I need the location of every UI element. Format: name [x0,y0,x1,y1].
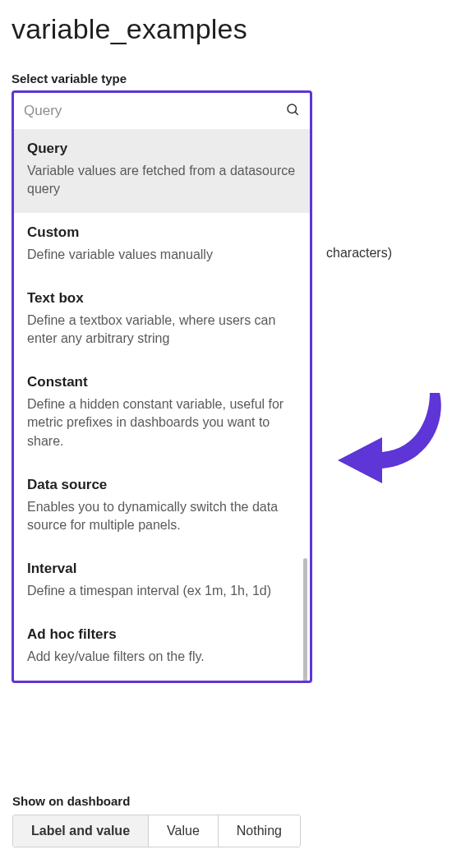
dropdown-option-list: QueryVariable values are fetched from a … [14,129,310,681]
option-title: Data source [27,477,297,493]
select-variable-type-label: Select variable type [12,72,449,85]
dropdown-option[interactable]: CustomDefine variable values manually [14,213,310,279]
dropdown-option[interactable]: Text boxDefine a textbox variable, where… [14,279,310,362]
option-description: Define a timespan interval (ex 1m, 1h, 1… [27,582,297,600]
show-on-dashboard-segmented: Label and valueValueNothing [12,815,301,847]
scrollbar-thumb[interactable] [303,558,307,681]
annotation-arrow-icon [333,386,448,493]
option-title: Ad hoc filters [27,626,297,643]
background-hint-text: characters) [326,246,392,261]
option-description: Define a hidden constant variable, usefu… [27,395,297,450]
background-input-outline [12,761,315,778]
show-on-dashboard-option[interactable]: Value [148,815,218,847]
search-input[interactable] [24,103,285,119]
svg-point-0 [288,104,297,113]
dropdown-option[interactable]: Data sourceEnables you to dynamically sw… [14,465,310,549]
option-title: Custom [27,224,297,241]
variable-type-dropdown[interactable]: QueryVariable values are fetched from a … [12,90,312,683]
dropdown-option[interactable]: Ad hoc filtersAdd key/value filters on t… [14,615,310,681]
dropdown-option[interactable]: QueryVariable values are fetched from a … [14,129,310,213]
option-description: Define a textbox variable, where users c… [27,312,297,348]
option-description: Variable values are fetched from a datas… [27,162,297,198]
page-title: variable_examples [12,13,449,45]
option-title: Interval [27,561,297,577]
option-description: Enables you to dynamically switch the da… [27,498,297,534]
show-on-dashboard-label: Show on dashboard [12,794,301,808]
option-description: Define variable values manually [27,246,297,264]
option-title: Constant [27,374,297,390]
option-description: Add key/value filters on the fly. [27,648,297,666]
svg-line-1 [295,112,298,115]
show-on-dashboard-option[interactable]: Nothing [218,815,300,847]
option-title: Query [27,141,297,157]
show-on-dashboard-option[interactable]: Label and value [13,815,148,847]
option-title: Text box [27,290,297,307]
dropdown-option[interactable]: IntervalDefine a timespan interval (ex 1… [14,549,310,615]
dropdown-search-row [14,93,310,129]
search-icon [285,102,300,120]
dropdown-option[interactable]: ConstantDefine a hidden constant variabl… [14,362,310,464]
